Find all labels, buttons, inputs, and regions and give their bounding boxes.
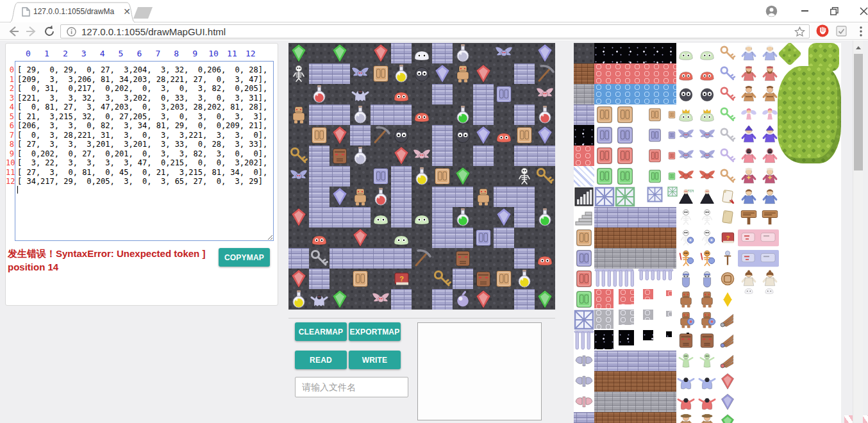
- map-tile-skeleton[interactable]: [288, 63, 309, 84]
- tileset-cell-medal[interactable]: [719, 270, 737, 288]
- map-tile-slime[interactable]: [494, 125, 514, 145]
- copymap-button[interactable]: COPYMAP: [219, 248, 270, 267]
- tileset-cell-red[interactable]: [619, 289, 634, 304]
- tileset-cell-facewall[interactable]: [738, 249, 779, 268]
- tileset-cell-dirt[interactable]: [594, 371, 676, 392]
- tileset-cell-crownslime[interactable]: [697, 105, 717, 124]
- map-tile-wall[interactable]: [432, 207, 453, 228]
- map-tile-slime[interactable]: [535, 248, 555, 269]
- output-box[interactable]: [417, 322, 542, 420]
- tileset-cell-door[interactable]: [594, 166, 615, 187]
- map-tile-door[interactable]: [494, 84, 514, 104]
- map-tile-potion[interactable]: [412, 166, 432, 187]
- extension-check-icon[interactable]: [836, 26, 850, 40]
- back-icon[interactable]: [6, 24, 21, 38]
- map-tile-potion[interactable]: [350, 104, 371, 125]
- tileset-cell-red[interactable]: [594, 63, 676, 84]
- tileset-cell-door[interactable]: [667, 166, 676, 187]
- map-tile-wall[interactable]: [494, 228, 514, 248]
- map-tile-golem[interactable]: [453, 63, 473, 84]
- tileset-cell-floor[interactable]: [574, 43, 594, 63]
- map-tile-door[interactable]: [432, 166, 453, 187]
- tileset-cell-slime[interactable]: [697, 44, 717, 63]
- map-tile-gem[interactable]: [432, 63, 453, 84]
- address-bar[interactable]: 127.0.0.1:1055/drawMapGUI.html: [60, 24, 810, 38]
- tileset-cell-red[interactable]: [574, 145, 594, 166]
- exportmap-button[interactable]: EXPORTMAP: [349, 322, 401, 341]
- map-tile-wall[interactable]: [473, 145, 494, 166]
- map-tile-bat[interactable]: [494, 43, 514, 63]
- map-tile-wall[interactable]: [391, 289, 412, 310]
- map-tile-gem[interactable]: [288, 269, 309, 289]
- map-tile-wall[interactable]: [432, 84, 453, 104]
- map-tile-wall[interactable]: [391, 43, 412, 63]
- map-tile-wall[interactable]: [514, 187, 535, 207]
- map-tile-door[interactable]: [494, 269, 514, 289]
- tileset-cell-stoneface[interactable]: [697, 331, 717, 350]
- map-tile-pickaxe[interactable]: [535, 63, 555, 84]
- tileset-cell-gem[interactable]: [719, 413, 737, 423]
- tileset-cell-door[interactable]: [574, 248, 594, 269]
- tileset-cell-hood[interactable]: [697, 392, 717, 411]
- tileset-cell-staff[interactable]: [719, 249, 737, 267]
- tileset-cell-bat[interactable]: [697, 167, 717, 186]
- tileset-cell-wing[interactable]: [719, 331, 737, 349]
- tileset-cell-bushd[interactable]: [778, 43, 802, 66]
- restore-button[interactable]: [823, 0, 845, 22]
- map-tile-wall[interactable]: [330, 248, 350, 269]
- tileset-cell-stars[interactable]: [619, 330, 634, 345]
- tileset-cell-graystone[interactable]: [594, 248, 676, 269]
- tileset-cell-crownslime[interactable]: [676, 105, 696, 124]
- forward-icon[interactable]: [24, 24, 38, 38]
- map-tile-wall[interactable]: [330, 207, 350, 228]
- tileset-cell-bars[interactable]: [574, 187, 594, 207]
- browser-tab[interactable]: 127.0.0.1:1055/drawMa ✕: [9, 1, 137, 22]
- tileset-cell-warrior[interactable]: [676, 249, 696, 268]
- close-window-button[interactable]: [853, 0, 868, 22]
- tileset-cell-grayterr[interactable]: [594, 310, 613, 329]
- map-tile-gem[interactable]: [350, 228, 371, 248]
- tileset-cell-lattice[interactable]: [647, 187, 663, 203]
- map-tile-gem[interactable]: [330, 125, 350, 145]
- map-tile-gem[interactable]: [288, 43, 309, 63]
- minimize-button[interactable]: [794, 0, 815, 22]
- map-tile-gem[interactable]: [473, 125, 494, 145]
- tileset-cell-key[interactable]: [719, 44, 737, 62]
- profile-icon[interactable]: [760, 0, 782, 22]
- map-tile-key[interactable]: [288, 145, 309, 166]
- map-tile-gem[interactable]: [330, 43, 350, 63]
- tileset-cell-door[interactable]: [615, 125, 635, 145]
- tileset-cell-wing[interactable]: [719, 311, 737, 329]
- tileset-cell-kid[interactable]: [739, 187, 758, 206]
- map-tile-door[interactable]: [473, 228, 494, 248]
- tileset-cell-hat[interactable]: [676, 413, 696, 423]
- tileset-cell-bat[interactable]: [676, 167, 696, 186]
- tileset-cell-lattice[interactable]: [594, 187, 615, 207]
- map-tile-wall[interactable]: [514, 248, 535, 269]
- map-tile-stoneface[interactable]: [453, 248, 473, 269]
- map-tile-key[interactable]: [432, 269, 453, 289]
- map-tile-potion[interactable]: [453, 43, 473, 63]
- tileset-cell-red[interactable]: [594, 289, 613, 308]
- map-tile-gem[interactable]: [473, 63, 494, 84]
- map-tile-gem[interactable]: [330, 187, 350, 207]
- map-tile-wall[interactable]: [432, 228, 453, 248]
- map-tile-wall[interactable]: [391, 187, 412, 207]
- map-tile-wall[interactable]: [309, 207, 330, 228]
- tileset-cell-stars[interactable]: [666, 331, 672, 337]
- map-tile-gem[interactable]: [288, 207, 309, 228]
- tileset-cell-key[interactable]: [719, 167, 737, 185]
- map-tile-skeleton[interactable]: [514, 166, 535, 187]
- tileset-cell-golem[interactable]: [676, 290, 696, 309]
- map-tile-wall[interactable]: [350, 207, 371, 228]
- map-tile-wall[interactable]: [371, 248, 391, 269]
- tileset-cell-stripes[interactable]: [574, 166, 594, 187]
- tileset-cell-vampire[interactable]: [697, 187, 717, 206]
- tileset-cell-door[interactable]: [667, 145, 676, 166]
- map-tile-door[interactable]: [350, 269, 371, 289]
- map-tile-gem[interactable]: [371, 43, 391, 63]
- map-tile-potion[interactable]: [535, 104, 555, 125]
- tileset-cell-wall[interactable]: [574, 104, 594, 125]
- map-tile-potion[interactable]: [453, 207, 473, 228]
- tileset-cell-blue[interactable]: [594, 84, 676, 104]
